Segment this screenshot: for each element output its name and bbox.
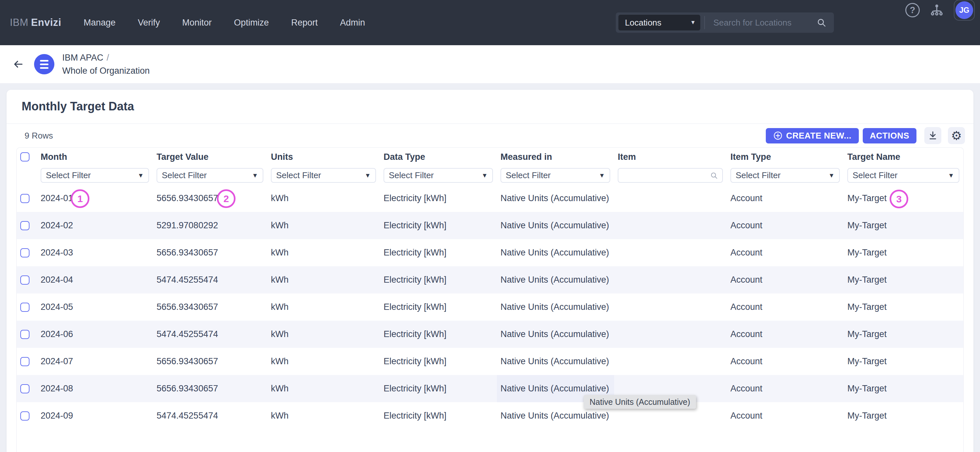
filter-target-value[interactable]: Select Filter▼ — [157, 168, 263, 183]
select-all-checkbox[interactable] — [20, 152, 29, 161]
cell-target-name: My-Target — [844, 239, 963, 266]
cell-data-type: Electricity [kWh] — [380, 293, 497, 321]
create-new-label: CREATE NEW... — [786, 131, 852, 141]
chevron-down-icon: ▼ — [690, 19, 696, 26]
main-menu: Manage Verify Monitor Optimize Report Ad… — [84, 18, 365, 28]
cell-measured-in: Native Units (Accumulative) — [497, 348, 614, 375]
group-menu-button[interactable] — [34, 54, 54, 74]
top-navbar: IBMEnvizi Manage Verify Monitor Optimize… — [0, 0, 980, 45]
avatar-ring: JG — [954, 0, 975, 21]
annotation-marker-2: 2 — [217, 189, 235, 208]
chevron-down-icon: ▼ — [252, 172, 258, 179]
column-header-measured-in[interactable]: Measured in — [497, 148, 614, 166]
cell-units: kWh — [267, 375, 380, 402]
global-search: Locations ▼ Search for Locations — [616, 13, 834, 33]
menu-item-admin[interactable]: Admin — [340, 18, 365, 28]
filter-units[interactable]: Select Filter▼ — [271, 168, 376, 183]
chevron-down-icon: ▼ — [599, 172, 605, 179]
column-header-target-value[interactable]: Target Value — [153, 148, 267, 166]
table-filter-row: Select Filter▼ Select Filter▼ Select Fil… — [17, 166, 963, 185]
cell-month: 2024-09 — [37, 402, 153, 430]
cell-measured-in: Native Units (Accumulative) — [497, 239, 614, 266]
breadcrumb-parent[interactable]: IBM APAC — [62, 53, 103, 62]
column-header-item[interactable]: Item — [614, 148, 727, 166]
row-checkbox[interactable] — [20, 275, 29, 285]
search-icon — [710, 171, 718, 180]
settings-button[interactable]: ⚙ — [948, 127, 965, 144]
item-filter-input[interactable] — [622, 170, 710, 180]
row-checkbox[interactable] — [20, 357, 29, 366]
filter-data-type[interactable]: Select Filter▼ — [383, 168, 493, 183]
divider — [704, 16, 705, 29]
menu-item-manage[interactable]: Manage — [84, 18, 116, 28]
search-icon[interactable] — [816, 18, 827, 28]
row-checkbox[interactable] — [20, 221, 29, 230]
row-checkbox[interactable] — [20, 384, 29, 393]
row-checkbox[interactable] — [20, 248, 29, 258]
cell-data-type: Electricity [kWh] — [380, 402, 497, 430]
cell-target-name: My-Target — [844, 375, 963, 402]
table-row[interactable]: 2024-04 5474.45255474 kWh Electricity [k… — [17, 266, 963, 293]
menu-item-monitor[interactable]: Monitor — [182, 18, 212, 28]
filter-month[interactable]: Select Filter▼ — [41, 168, 149, 183]
search-scope-select[interactable]: Locations ▼ — [618, 15, 700, 30]
row-checkbox[interactable] — [20, 330, 29, 339]
download-button[interactable] — [924, 127, 941, 144]
cell-target-name: My-Target — [844, 212, 963, 239]
table-row[interactable]: 2024-08 5656.93430657 kWh Electricity [k… — [17, 375, 963, 402]
cell-month: 2024-01 — [37, 185, 153, 212]
cell-data-type: Electricity [kWh] — [380, 212, 497, 239]
cell-month: 2024-02 — [37, 212, 153, 239]
table-row[interactable]: 2024-05 5656.93430657 kWh Electricity [k… — [17, 293, 963, 321]
cell-month: 2024-07 — [37, 348, 153, 375]
content-card: Monthly Target Data 9 Rows CREATE NEW...… — [6, 90, 974, 452]
table-row[interactable]: 2024-02 5291.97080292 kWh Electricity [k… — [17, 212, 963, 239]
table-row[interactable]: 2024-01 5656.93430657 kWh Electricity [k… — [17, 185, 963, 212]
cell-measured-in: Native Units (Accumulative) — [497, 185, 614, 212]
cell-data-type: Electricity [kWh] — [380, 185, 497, 212]
table-row[interactable]: 2024-03 5656.93430657 kWh Electricity [k… — [17, 239, 963, 266]
row-checkbox[interactable] — [20, 302, 29, 312]
create-new-button[interactable]: CREATE NEW... — [766, 128, 859, 143]
download-icon — [927, 130, 939, 141]
cell-units: kWh — [267, 212, 380, 239]
column-header-target-name[interactable]: Target Name — [844, 148, 963, 166]
column-header-month[interactable]: Month — [37, 148, 153, 166]
column-header-data-type[interactable]: Data Type — [380, 148, 497, 166]
help-icon[interactable]: ? — [905, 3, 920, 18]
menu-item-optimize[interactable]: Optimize — [234, 18, 269, 28]
cell-month: 2024-06 — [37, 321, 153, 348]
breadcrumb-separator: / — [107, 53, 110, 62]
row-checkbox[interactable] — [20, 194, 29, 203]
cell-measured-in: Native Units (Accumulative) — [497, 266, 614, 293]
back-arrow-icon[interactable] — [12, 58, 25, 71]
cell-item-type: Account — [727, 375, 844, 402]
hierarchy-icon[interactable] — [929, 3, 944, 18]
chevron-down-icon: ▼ — [364, 172, 371, 179]
menu-item-verify[interactable]: Verify — [138, 18, 160, 28]
table-row[interactable]: 2024-09 5474.45255474 kWh Electricity [k… — [17, 402, 963, 430]
table-row[interactable]: 2024-06 5474.45255474 kWh Electricity [k… — [17, 321, 963, 348]
actions-button[interactable]: ACTIONS — [863, 128, 917, 143]
chevron-down-icon: ▼ — [828, 172, 835, 179]
search-input[interactable]: Search for Locations — [713, 18, 816, 28]
cell-item-type: Account — [727, 321, 844, 348]
row-checkbox[interactable] — [20, 411, 29, 420]
row-count: 9 Rows — [25, 131, 53, 141]
cell-data-type: Electricity [kWh] — [380, 266, 497, 293]
table-row[interactable]: 2024-07 5656.93430657 kWh Electricity [k… — [17, 348, 963, 375]
chevron-down-icon: ▼ — [948, 172, 954, 179]
cell-units: kWh — [267, 266, 380, 293]
filter-measured-in[interactable]: Select Filter▼ — [501, 168, 610, 183]
column-header-item-type[interactable]: Item Type — [727, 148, 844, 166]
column-header-units[interactable]: Units — [267, 148, 380, 166]
menu-item-report[interactable]: Report — [291, 18, 318, 28]
filter-target-name[interactable]: Select Filter▼ — [847, 168, 959, 183]
avatar[interactable]: JG — [955, 1, 973, 19]
search-scope-value: Locations — [625, 18, 661, 28]
cell-data-type: Electricity [kWh] — [380, 348, 497, 375]
cell-target-name: My-Target — [844, 293, 963, 321]
cell-item-type: Account — [727, 212, 844, 239]
cell-target-name: My-Target — [844, 348, 963, 375]
filter-item-type[interactable]: Select Filter▼ — [730, 168, 840, 183]
